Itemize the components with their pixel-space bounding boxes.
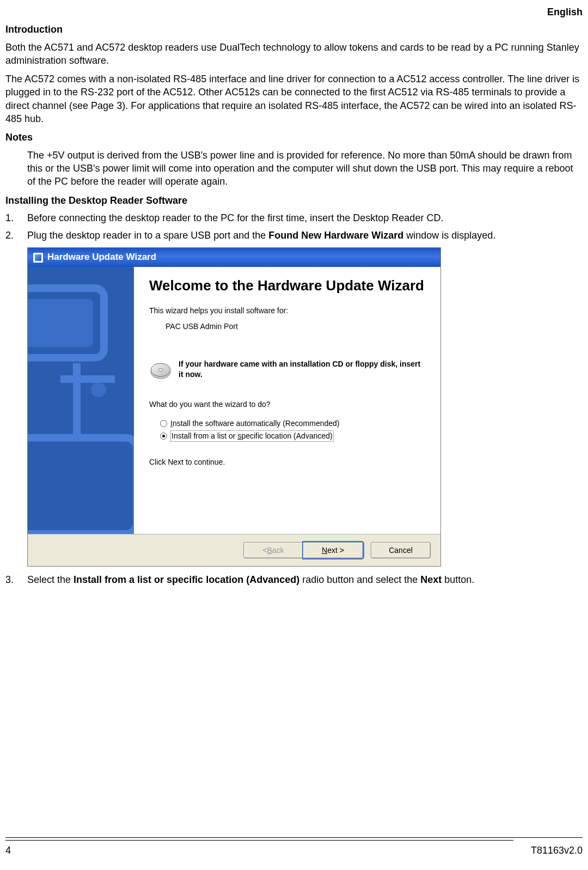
svg-rect-2 [28,299,93,347]
wizard-title-text: Hardware Update Wizard [47,251,156,264]
step-2-text-before: Plug the desktop reader in to a spare US… [27,230,268,241]
wizard-cd-instruction: If your hardware came with an installati… [179,359,425,380]
svg-point-3 [91,382,106,397]
step-3-after: button. [442,574,474,585]
intro-heading: Introduction [5,23,583,36]
wizard-continue-text: Click Next to continue. [149,457,425,467]
page-number: 4 [5,844,11,857]
step-3-bold1: Install from a list or specific location… [74,574,299,585]
option-auto-label: Install the software automatically (Reco… [170,418,339,429]
wizard-button-row: < Back Next > Cancel [28,534,440,566]
step-number: 3. [5,573,14,586]
step-number: 2. [5,229,14,242]
wizard-title-icon [33,253,43,263]
document-reference: T81163v2.0 [531,844,583,857]
wizard-screenshot: Hardware Update Wizard [27,247,583,567]
radio-unchecked-icon [160,420,167,427]
install-step-1: 1. Before connecting the desktop reader … [5,211,583,224]
wizard-device-name: PAC USB Admin Port [166,321,425,332]
wizard-subtext: This wizard helps you install software f… [149,306,425,316]
language-label: English [5,5,583,19]
wizard-option-advanced[interactable]: Install from a list or specific location… [160,430,425,442]
wizard-titlebar: Hardware Update Wizard [28,248,440,267]
step-3-mid: radio button and select the [299,574,420,585]
back-button[interactable]: < Back [243,542,303,558]
next-button[interactable]: Next > [303,542,363,558]
step-1-text: Before connecting the desktop reader to … [27,212,443,223]
step-number: 1. [5,211,14,224]
install-step-3: 3. Select the Install from a list or spe… [5,573,583,586]
footer-rule-thick [5,837,583,838]
wizard-window: Hardware Update Wizard [27,247,441,567]
step-3-before: Select the [27,574,74,585]
install-heading: Installing the Desktop Reader Software [5,194,583,207]
notes-body: The +5V output is derived from the USB's… [27,149,583,188]
wizard-heading: Welcome to the Hardware Update Wizard [149,277,425,295]
intro-paragraph-2: The AC572 comes with a non-isolated RS-4… [5,72,583,125]
cancel-button[interactable]: Cancel [371,542,431,558]
wizard-question: What do you want the wizard to do? [149,399,425,410]
page-footer: 4 T81163v2.0 [5,837,583,857]
radio-checked-icon [160,433,167,440]
step-2-text-after: window is displayed. [403,230,495,241]
notes-heading: Notes [5,131,583,144]
svg-point-9 [158,368,163,371]
wizard-option-auto[interactable]: Install the software automatically (Reco… [160,418,425,429]
cd-icon [149,359,172,382]
option-advanced-label: Install from a list or specific location… [170,430,334,442]
wizard-side-graphic [28,267,134,534]
step-2-bold: Found New Hardware Wizard [268,230,403,241]
footer-rule-thin [5,840,513,841]
install-step-2: 2. Plug the desktop reader in to a spare… [5,229,583,242]
step-3-bold2: Next [420,574,442,585]
intro-paragraph-1: Both the AC571 and AC572 desktop readers… [5,41,583,68]
